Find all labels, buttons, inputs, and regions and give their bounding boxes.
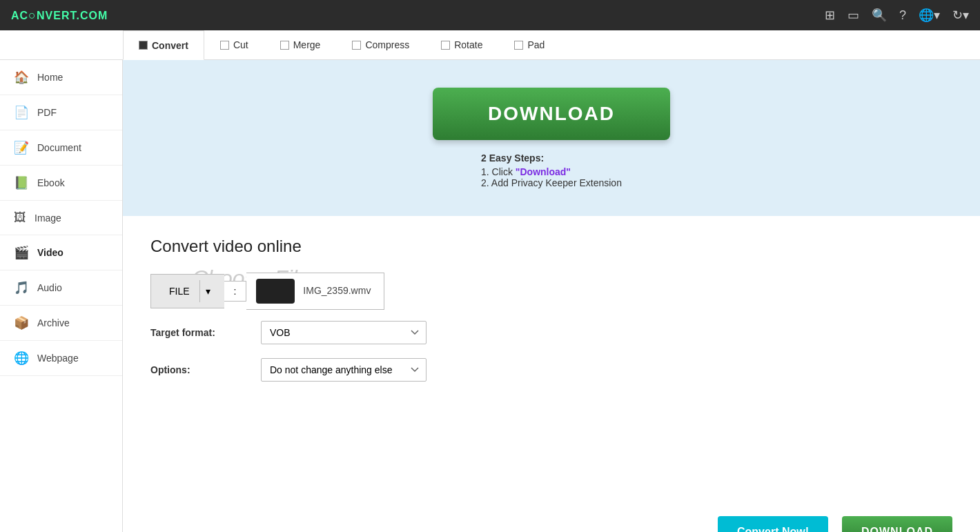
tab-merge-checkbox — [280, 41, 289, 50]
tab-pad-checkbox — [514, 41, 523, 50]
language-icon[interactable]: 🌐▾ — [919, 8, 940, 23]
ad-steps: 2 Easy Steps: 1. Click "Download" 2. Add… — [481, 152, 622, 188]
layout: 🏠 Home 📄 PDF 📝 Document 📗 Ebook 🖼 Image … — [0, 60, 980, 532]
home-icon: 🏠 — [14, 70, 29, 85]
topbar: AC○NVERT.COM ⊞ ▭ 🔍 ? 🌐▾ ↻▾ — [0, 0, 980, 30]
tab-cut-label: Cut — [233, 39, 248, 50]
sidebar-item-document-label: Document — [37, 142, 81, 153]
sidebar-item-pdf-label: PDF — [37, 107, 57, 118]
tablet-icon[interactable]: ▭ — [847, 8, 859, 23]
convert-title: Convert video online — [150, 237, 952, 256]
tab-cut-checkbox — [220, 41, 229, 50]
step1-text: 1. Click "Download" — [481, 166, 622, 177]
refresh-icon[interactable]: ↻▾ — [952, 8, 969, 23]
logo-text: AC○NVERT.COM — [11, 10, 108, 21]
file-area: Choose Files FILE ▾ : IMG_2359.wmv — [150, 273, 952, 310]
sidebar-item-ebook-label: Ebook — [37, 177, 65, 188]
sidebar-item-pdf[interactable]: 📄 PDF — [0, 95, 122, 130]
download-button-small[interactable]: DOWNLOAD — [842, 516, 952, 532]
audio-icon: 🎵 — [14, 280, 29, 295]
sidebar: 🏠 Home 📄 PDF 📝 Document 📗 Ebook 🖼 Image … — [0, 60, 123, 532]
sidebar-item-audio[interactable]: 🎵 Audio — [0, 270, 122, 306]
file-thumbnail-redacted — [256, 279, 295, 304]
webpage-icon: 🌐 — [14, 351, 29, 366]
document-icon: 📝 — [14, 140, 29, 155]
sidebar-item-archive-label: Archive — [37, 317, 70, 328]
video-icon: 🎬 — [14, 245, 29, 260]
tab-convert[interactable]: Convert — [123, 30, 204, 60]
sidebar-item-archive[interactable]: 📦 Archive — [0, 306, 122, 341]
step1-link: "Download" — [516, 166, 571, 177]
tab-cut[interactable]: Cut — [204, 30, 264, 59]
site-logo: AC○NVERT.COM — [11, 8, 108, 23]
target-format-label: Target format: — [150, 327, 261, 338]
tab-compress-checkbox — [352, 41, 361, 50]
help-icon[interactable]: ? — [899, 8, 906, 23]
file-button-arrow[interactable]: ▾ — [199, 280, 216, 302]
tab-rotate[interactable]: Rotate — [425, 30, 498, 59]
ebook-icon: 📗 — [14, 175, 29, 190]
tab-compress-label: Compress — [365, 39, 409, 50]
search-icon[interactable]: 🔍 — [872, 8, 887, 23]
sidebar-item-webpage[interactable]: 🌐 Webpage — [0, 341, 122, 376]
ad-banner: DOWNLOAD 2 Easy Steps: 1. Click "Downloa… — [123, 60, 980, 216]
sidebar-item-video-label: Video — [37, 247, 63, 258]
file-separator: : — [224, 281, 247, 302]
tabbar: Convert Cut Merge Compress Rotate Pad — [0, 30, 980, 60]
pdf-icon: 📄 — [14, 105, 29, 120]
tab-compress[interactable]: Compress — [336, 30, 425, 59]
action-bar: Convert Now! DOWNLOAD — [123, 502, 980, 532]
image-icon: 🖼 — [14, 210, 26, 225]
main-content: DOWNLOAD 2 Easy Steps: 1. Click "Downloa… — [123, 60, 980, 532]
file-input-row: FILE ▾ : IMG_2359.wmv — [150, 273, 952, 310]
sidebar-item-image-label: Image — [35, 213, 61, 224]
topbar-icons: ⊞ ▭ 🔍 ? 🌐▾ ↻▾ — [825, 8, 969, 23]
file-name-display: IMG_2359.wmv — [246, 273, 384, 310]
convert-section: Convert video online Choose Files FILE ▾… — [123, 216, 980, 416]
options-label: Options: — [150, 364, 261, 375]
options-select[interactable]: Do not change anything else Custom setti… — [261, 358, 427, 382]
file-button-group[interactable]: FILE ▾ — [150, 274, 224, 308]
target-format-row: Target format: VOB MP4 AVI MKV MOV WMV F… — [150, 321, 952, 344]
sidebar-item-ebook[interactable]: 📗 Ebook — [0, 166, 122, 201]
target-format-select[interactable]: VOB MP4 AVI MKV MOV WMV FLV WEBM — [261, 321, 427, 344]
sidebar-item-video[interactable]: 🎬 Video — [0, 235, 122, 270]
grid-icon[interactable]: ⊞ — [825, 8, 835, 23]
steps-title: 2 Easy Steps: — [481, 152, 622, 164]
tab-rotate-checkbox — [441, 41, 450, 50]
sidebar-item-home-label: Home — [37, 72, 63, 83]
convert-now-button[interactable]: Convert Now! — [718, 516, 828, 532]
options-row: Options: Do not change anything else Cus… — [150, 358, 952, 382]
sidebar-item-image[interactable]: 🖼 Image — [0, 201, 122, 235]
tab-pad-label: Pad — [527, 39, 545, 50]
tab-convert-checkbox — [139, 41, 148, 50]
tab-merge-label: Merge — [293, 39, 321, 50]
archive-icon: 📦 — [14, 315, 29, 331]
sidebar-item-home[interactable]: 🏠 Home — [0, 60, 122, 95]
sidebar-item-document[interactable]: 📝 Document — [0, 130, 122, 166]
file-button-label: FILE — [159, 280, 199, 302]
tab-rotate-label: Rotate — [454, 39, 482, 50]
tab-merge[interactable]: Merge — [264, 30, 337, 59]
tab-convert-label: Convert — [152, 40, 188, 51]
download-button-big[interactable]: DOWNLOAD — [433, 88, 670, 140]
step1-prefix: 1. Click — [481, 166, 513, 177]
sidebar-item-webpage-label: Webpage — [37, 353, 79, 364]
step2-text: 2. Add Privacy Keeper Extension — [481, 177, 622, 188]
sidebar-item-audio-label: Audio — [37, 282, 62, 293]
file-name-text: IMG_2359.wmv — [303, 285, 371, 296]
tab-pad[interactable]: Pad — [498, 30, 560, 59]
